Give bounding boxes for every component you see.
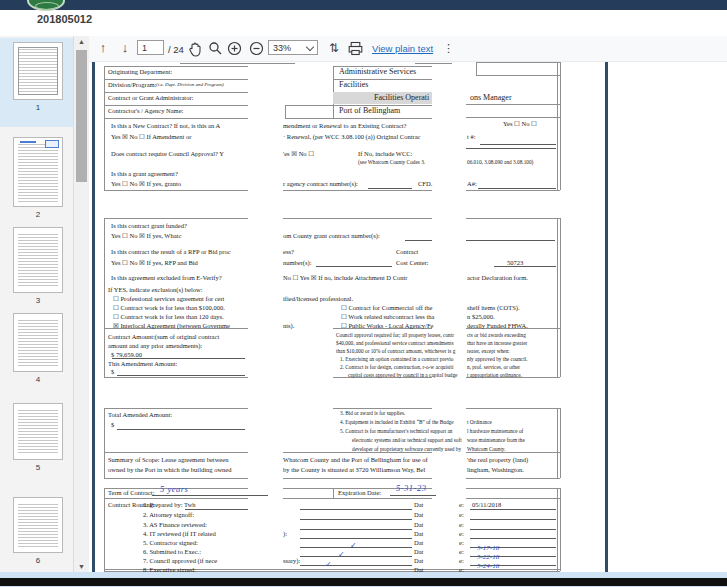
doc-text-fragment: 3. AS Finance reviewed: (143, 521, 207, 528)
doc-text-fragment: ons Manager (470, 93, 512, 102)
form-border-line (470, 529, 556, 530)
form-border-line (557, 62, 558, 190)
doc-text-fragment: ☐ Contract work is for less than 120 day… (113, 313, 224, 320)
form-border-line (104, 218, 248, 219)
doc-text-fragment: Yes ☒ No ☐ If Amendment or (111, 133, 191, 140)
doc-text-fragment: Is this agreement excluded from E-Verify… (111, 274, 222, 281)
form-border-line (104, 66, 248, 67)
doc-text-fragment: Is this a grant agreement? (111, 170, 178, 177)
doc-text-fragment: Originating Department: (108, 68, 172, 75)
doc-text-fragment: ☐ Work related subcontract less tha (341, 313, 434, 320)
doc-text-fragment: Council approval required for; all prope… (336, 332, 454, 338)
doc-text-fragment: Yes ☐ No ☒ If yes, granto (111, 180, 181, 187)
doc-text-fragment: This Amendment Amount: (108, 360, 177, 367)
doc-text-fragment: Administrative Services (339, 67, 416, 76)
form-border-line (283, 218, 432, 219)
form-border-line (300, 519, 412, 520)
doc-text-fragment: (i.e. Dept. Division and Program) (156, 82, 224, 88)
form-border-line (476, 62, 560, 63)
form-border-line (476, 62, 477, 75)
form-border-line (390, 495, 436, 496)
doc-text-fragment: Yes ☐ No ☐ (503, 120, 537, 127)
form-border-line (466, 148, 556, 149)
form-border-line (470, 538, 556, 539)
form-border-line (557, 218, 558, 377)
doc-text-fragment: t #: (467, 133, 476, 140)
doc-text-fragment: amount and any prior amendments): (108, 342, 202, 349)
doc-text-fragment: 'the real property (land) (467, 456, 528, 463)
form-border-line (285, 105, 333, 106)
form-border-line (152, 495, 268, 496)
doc-text-fragment: Expiration Date: (338, 489, 381, 496)
form-border-line (560, 408, 561, 478)
doc-text-fragment: Contractor's / Agency Name: (108, 107, 183, 114)
doc-text-fragment: CFD. (418, 180, 432, 187)
form-border-line (466, 240, 555, 241)
form-border-line (104, 218, 105, 377)
doc-text-fragment: 06.010, 3.08.090 and 3.08.100) (467, 159, 533, 165)
doc-text-fragment: 5 years (160, 485, 188, 494)
doc-text-fragment: 5-31-23 (396, 484, 426, 493)
doc-text-fragment: e: (459, 539, 464, 546)
doc-text-fragment: Term of Contract: (108, 489, 154, 496)
doc-text-fragment: A#: (467, 180, 477, 187)
doc-text-fragment: by the County is situated at 3720 Willia… (283, 466, 425, 473)
doc-text-fragment: e: (459, 511, 464, 518)
form-border-line (104, 377, 248, 378)
doc-text-fragment: developer of proprietary software curren… (352, 446, 461, 452)
doc-text-fragment: 1. Prepared by: Twh (143, 501, 196, 508)
form-border-line (470, 509, 556, 510)
form-border-line (104, 118, 248, 119)
doc-text-fragment: ified/licensed professional. (283, 295, 353, 302)
doc-text-fragment: Whatcom County and the Port of Bellingha… (283, 456, 428, 463)
doc-text-fragment: $ (111, 421, 114, 428)
doc-text-fragment: electronic systems and/or technical supp… (352, 437, 462, 443)
doc-text-fragment: ware maintenance from the (467, 437, 525, 443)
doc-text-fragment: 6. Submitted to Exec.: (143, 548, 201, 555)
page-bottom-black-bar (0, 578, 727, 586)
doc-text-fragment: 2. Contract is for design, construction,… (340, 364, 453, 370)
doc-text-fragment: Does contract require Council Approval? … (111, 150, 224, 157)
doc-text-fragment: Total Amended Amount: (108, 411, 172, 418)
doc-text-fragment: 5. Contractor signed: (143, 539, 198, 546)
doc-text-fragment: Division/Program: (108, 81, 156, 88)
form-border-line (466, 190, 560, 191)
form-border-line (470, 519, 556, 520)
doc-text-fragment: 2. Attorney signoff: (143, 511, 194, 518)
form-border-line (560, 488, 561, 571)
doc-text-fragment: ssary): (283, 557, 300, 564)
doc-text-fragment: 7. Council approved (if nece (143, 557, 217, 564)
doc-text-fragment: Yes ☐ No ☒ If yes, Whatc (111, 232, 181, 239)
doc-text-fragment: e: (459, 548, 464, 555)
doc-text-fragment: 5-22-18 (477, 553, 499, 561)
doc-text-fragment: ✓ (350, 542, 357, 550)
form-border-line (104, 190, 248, 191)
form-border-line (104, 452, 248, 453)
doc-text-fragment: ☐ Contract work is for less than $100,00… (113, 304, 225, 311)
doc-text-fragment: e: (459, 501, 464, 508)
doc-text-fragment: t Ordinance (467, 419, 492, 425)
form-border-line (112, 358, 245, 359)
form-border-line (466, 218, 560, 219)
doc-text-fragment: ✓ (338, 551, 345, 559)
doc-text-fragment: Cost Center: (396, 259, 429, 266)
form-border-line (466, 408, 560, 409)
doc-text-fragment: ess? (283, 248, 294, 255)
form-border-line (104, 66, 105, 190)
doc-text-fragment: derally Funded FHWA. (467, 322, 528, 329)
doc-text-fragment: $40,000, and professional service contra… (336, 340, 454, 346)
doc-text-fragment: owned by the Port in which the building … (108, 466, 231, 473)
doc-text-fragment: Dat (414, 530, 423, 537)
form-border-line (300, 529, 412, 530)
form-border-line (560, 218, 561, 377)
doc-text-fragment: Whatcom County. (467, 446, 506, 452)
doc-text-fragment: t appropriation ordinance. (467, 372, 522, 378)
scanned-form-layer: Originating Department:Division/Program:… (0, 0, 727, 572)
form-border-line (405, 240, 432, 241)
doc-text-fragment: Dat (414, 548, 423, 555)
doc-text-fragment: Dat (414, 501, 423, 508)
doc-text-fragment: Dat (414, 539, 423, 546)
doc-text-fragment: Dat (414, 511, 423, 518)
doc-text-fragment: 5. Contract is for manufacturer's techni… (340, 428, 452, 434)
doc-text-fragment: (see Whatcom County Codes 3. (358, 159, 425, 165)
